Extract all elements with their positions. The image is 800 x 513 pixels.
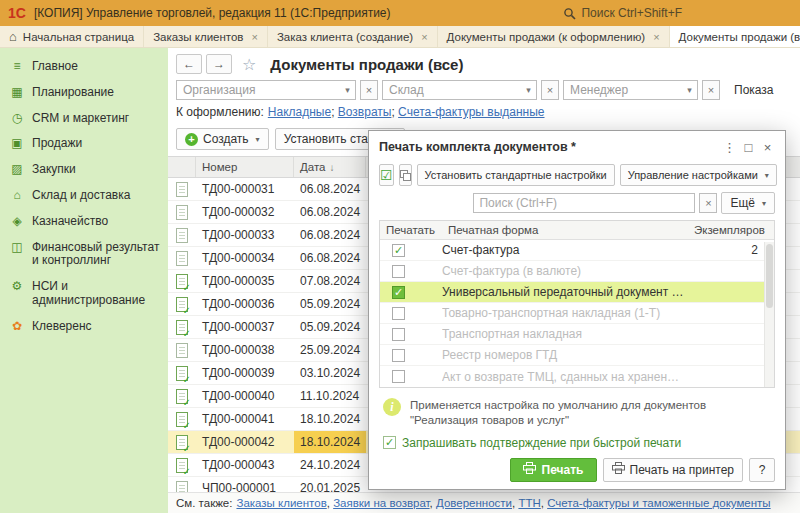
scrollbar-thumb[interactable]	[766, 244, 773, 308]
sidebar-item-financial-result[interactable]: ◫Финансовый результат и контроллинг	[0, 235, 168, 275]
cell-date: 05.09.2024	[294, 316, 366, 338]
sidebar-item-label: Казначейство	[32, 215, 108, 229]
show-link[interactable]: Показа	[734, 83, 774, 97]
print-checkbox[interactable]: ✓	[392, 286, 405, 299]
print-to-printer-button[interactable]: Печать на принтер	[603, 458, 744, 482]
close-icon[interactable]: ×	[758, 140, 777, 155]
sidebar-item-treasury[interactable]: ◈Казначейство	[0, 209, 168, 235]
print-form-row[interactable]: ✓Счет-фактура2	[380, 240, 774, 261]
see-also-link[interactable]: Заказы клиентов	[236, 497, 326, 509]
print-form-row[interactable]: Счет-фактура (в валюте)	[380, 261, 774, 282]
checkbox-cell: ✓	[380, 244, 442, 257]
print-form-row[interactable]: Товарно-транспортная накладная (1-Т)	[380, 303, 774, 324]
document-posted-icon	[176, 412, 188, 427]
sidebar-item-sales[interactable]: ▣Продажи	[0, 131, 168, 157]
cell-icon	[168, 228, 196, 243]
tab-close-icon[interactable]: ×	[421, 31, 427, 43]
print-form-name: Товарно-транспортная накладная (1-Т)	[442, 306, 688, 320]
back-button[interactable]: ←	[176, 54, 202, 74]
clear-search-button[interactable]: ×	[699, 193, 717, 213]
document-icon	[176, 343, 188, 358]
window-title: [КОПИЯ] Управление торговлей, редакция 1…	[34, 6, 391, 20]
forward-button[interactable]: →	[206, 54, 232, 74]
confirm-checkbox[interactable]: ✓	[383, 436, 396, 449]
search-input[interactable]	[473, 193, 695, 213]
more-button[interactable]: Ещё ▾	[721, 192, 775, 214]
manage-settings-button[interactable]: Управление настройками ▾	[620, 164, 777, 186]
uncheck-all-button[interactable]	[399, 164, 412, 186]
print-form-row[interactable]: Акт о возврате ТМЦ, сданных на хранение …	[380, 366, 774, 387]
print-checkbox[interactable]	[392, 349, 405, 362]
checkbox-cell	[380, 265, 442, 278]
crm-icon: ◷	[10, 112, 24, 126]
print-checkbox[interactable]	[392, 370, 405, 383]
print-form-row[interactable]: ✓Универсальный передаточный документ (УП…	[380, 282, 774, 303]
cell-number: ТД00-000039	[196, 366, 294, 380]
sidebar-item-nsi-admin[interactable]: ⚙НСИ и администрирование	[0, 274, 168, 314]
see-also-link[interactable]: ТТН	[518, 497, 540, 509]
print-form-row[interactable]: Транспортная накладная	[380, 324, 774, 345]
document-posted-icon	[176, 274, 188, 289]
document-posted-icon	[176, 458, 188, 473]
tab-sales-docs-all[interactable]: Документы продажи (все)×	[670, 26, 800, 47]
vertical-scrollbar[interactable]	[764, 242, 774, 387]
sidebar-item-crm-marketing[interactable]: ◷CRM и маркетинг	[0, 106, 168, 132]
print-checkbox[interactable]	[392, 265, 405, 278]
filter-organization[interactable]: Организация▾	[176, 80, 356, 100]
sidebar-item-cleverence[interactable]: ✿Клеверенс	[0, 314, 168, 340]
more-menu-icon[interactable]: ⋮	[720, 140, 739, 155]
help-button[interactable]: ?	[749, 458, 775, 482]
cell-number: ТД00-000042	[196, 435, 294, 449]
see-also-link[interactable]: Заявки на возврат	[333, 497, 429, 509]
cell-number: ТД00-000033	[196, 228, 294, 242]
sidebar-item-purchases[interactable]: ▨Закупки	[0, 157, 168, 183]
tab-close-icon[interactable]: ×	[653, 31, 659, 43]
print-form-row[interactable]: Реестр номеров ГТД	[380, 345, 774, 366]
check-all-button[interactable]: ☑	[379, 164, 394, 186]
print-checkbox[interactable]	[392, 307, 405, 320]
clear-filter-button[interactable]: ×	[541, 80, 559, 100]
maximize-icon[interactable]: □	[739, 140, 758, 155]
filter-manager[interactable]: Менеджер▾	[563, 80, 698, 100]
create-button[interactable]: + Создать ▾	[176, 128, 269, 150]
tab-close-icon[interactable]: ×	[251, 31, 257, 43]
see-also-link[interactable]: Доверенности	[436, 497, 512, 509]
global-search[interactable]: Поиск Ctrl+Shift+F	[563, 6, 682, 20]
clear-filter-button[interactable]: ×	[702, 80, 720, 100]
sidebar-item-warehouse-delivery[interactable]: ⌂Склад и доставка	[0, 183, 168, 209]
filters: Организация▾×Склад▾×Менеджер▾×	[176, 80, 720, 100]
checkbox-cell	[380, 349, 442, 362]
planning-icon: ▦	[10, 86, 24, 100]
document-icon	[176, 228, 188, 243]
print-checkbox[interactable]: ✓	[392, 244, 405, 257]
tab-customer-orders[interactable]: Заказы клиентов×	[144, 26, 268, 47]
favorite-star-icon[interactable]: ☆	[242, 55, 256, 74]
sidebar-item-main[interactable]: ≡Главное	[0, 54, 168, 80]
to-process-label: К оформлению:	[176, 105, 264, 119]
confirm-checkbox-label: Запрашивать подтверждение при быстрой пе…	[402, 436, 681, 450]
tab-sales-docs-to-process[interactable]: Документы продажи (к оформлению)×	[438, 26, 670, 47]
dialog-title: Печать комплекта документов *	[379, 140, 720, 154]
clear-filter-button[interactable]: ×	[360, 80, 378, 100]
tab-customer-order-new[interactable]: Заказ клиента (создание)×	[268, 26, 438, 47]
print-checkbox[interactable]	[392, 328, 405, 341]
filter-placeholder: Склад	[383, 83, 521, 97]
global-search-label: Поиск Ctrl+Shift+F	[581, 6, 682, 20]
to-process-link[interactable]: Счета-фактуры выданные	[398, 105, 544, 119]
standard-settings-button[interactable]: Установить стандартные настройки	[417, 164, 615, 186]
checkbox-cell	[380, 307, 442, 320]
column-number[interactable]: Номер	[196, 157, 294, 177]
tab-home[interactable]: ⌂Начальная страница	[0, 26, 144, 47]
sidebar-item-planning[interactable]: ▦Планирование	[0, 80, 168, 106]
checkbox-cell	[380, 370, 442, 383]
chevron-down-icon: ▾	[762, 199, 766, 208]
to-process-link[interactable]: Накладные	[268, 105, 331, 119]
filter-warehouse[interactable]: Склад▾	[382, 80, 537, 100]
print-button[interactable]: Печать	[510, 458, 597, 482]
cell-number: ТД00-000037	[196, 320, 294, 334]
see-also-link[interactable]: Счета-фактуры и таможенные документы	[547, 497, 770, 509]
column-date[interactable]: Дата ↓	[294, 157, 366, 177]
print-forms-table: Печатать Печатная форма Экземпляров ✓Сче…	[379, 220, 775, 388]
to-process-link[interactable]: Возвраты	[338, 105, 392, 119]
cell-number: ТД00-000040	[196, 389, 294, 403]
